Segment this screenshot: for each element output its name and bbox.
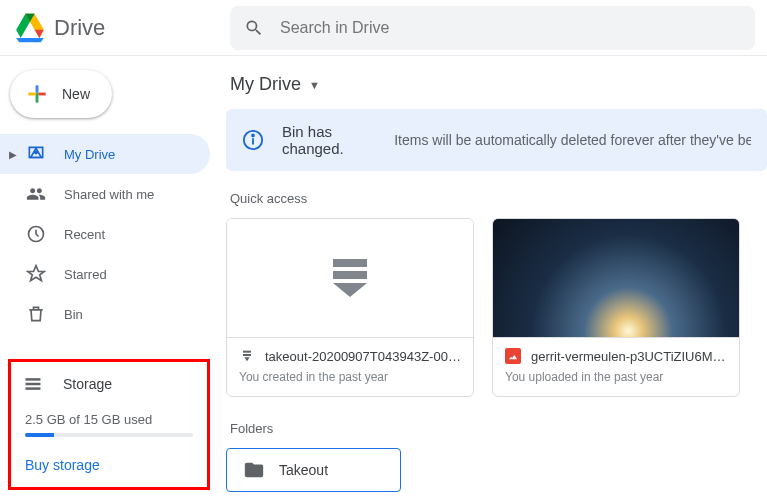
- quick-access-heading: Quick access: [230, 191, 767, 206]
- svg-point-7: [252, 135, 254, 137]
- header: Drive: [0, 0, 767, 56]
- card-subtitle: You uploaded in the past year: [505, 370, 727, 384]
- people-icon: [24, 182, 48, 206]
- card-filename: gerrit-vermeulen-p3UCTiZIU6M-uns...: [531, 349, 727, 364]
- my-drive-icon: [24, 142, 48, 166]
- plus-icon: [24, 81, 50, 107]
- quick-access-card[interactable]: takeout-20200907T043943Z-001.zip You cre…: [226, 218, 474, 397]
- chevron-down-icon: ▼: [309, 79, 320, 91]
- search-input[interactable]: [280, 19, 741, 37]
- storage-progress-fill: [25, 433, 54, 437]
- image-icon: [505, 348, 521, 364]
- card-filename: takeout-20200907T043943Z-001.zip: [265, 349, 461, 364]
- sidebar-item-starred[interactable]: Starred: [0, 254, 210, 294]
- banner-title: Bin has changed.: [282, 123, 388, 157]
- new-button[interactable]: New: [10, 70, 112, 118]
- card-preview: [227, 219, 473, 337]
- star-icon: [24, 262, 48, 286]
- info-banner: Bin has changed. Items will be automatic…: [226, 109, 767, 171]
- quick-access-card[interactable]: gerrit-vermeulen-p3UCTiZIU6M-uns... You …: [492, 218, 740, 397]
- clock-icon: [24, 222, 48, 246]
- folders-heading: Folders: [230, 421, 767, 436]
- info-icon: [242, 129, 264, 151]
- archive-icon: [239, 348, 255, 364]
- svg-rect-3: [26, 383, 41, 386]
- svg-rect-9: [243, 354, 251, 356]
- sidebar-item-label: Starred: [64, 267, 107, 282]
- storage-progress: [25, 433, 193, 437]
- banner-subtitle: Items will be automatically deleted fore…: [394, 132, 751, 148]
- folder-icon: [243, 459, 265, 481]
- buy-storage-link[interactable]: Buy storage: [25, 457, 197, 473]
- sidebar: New ▶ My Drive Shared with me Recent: [0, 56, 218, 500]
- chevron-right-icon: ▶: [8, 149, 18, 160]
- sidebar-item-recent[interactable]: Recent: [0, 214, 210, 254]
- folder-item[interactable]: Takeout: [226, 448, 401, 492]
- sidebar-item-my-drive[interactable]: ▶ My Drive: [0, 134, 210, 174]
- search-bar[interactable]: [230, 6, 755, 50]
- folder-name: Takeout: [279, 462, 328, 478]
- new-button-label: New: [62, 86, 90, 102]
- sidebar-item-shared[interactable]: Shared with me: [0, 174, 210, 214]
- svg-rect-10: [505, 348, 521, 364]
- sidebar-item-label: Recent: [64, 227, 105, 242]
- sidebar-item-bin[interactable]: Bin: [0, 294, 210, 334]
- svg-rect-4: [26, 387, 41, 390]
- sidebar-item-label: Shared with me: [64, 187, 154, 202]
- search-icon: [244, 18, 264, 38]
- breadcrumb[interactable]: My Drive ▼: [226, 68, 767, 109]
- main-content: My Drive ▼ Bin has changed. Items will b…: [218, 56, 767, 500]
- sidebar-item-storage[interactable]: Storage: [21, 374, 197, 394]
- download-arrow-icon: [333, 259, 367, 297]
- drive-logo-icon: [14, 12, 46, 44]
- svg-point-0: [34, 150, 38, 154]
- sidebar-item-label: My Drive: [64, 147, 115, 162]
- card-preview-image: [493, 219, 739, 337]
- quick-access-cards: takeout-20200907T043943Z-001.zip You cre…: [226, 218, 767, 397]
- logo-area[interactable]: Drive: [12, 12, 230, 44]
- sidebar-item-label: Bin: [64, 307, 83, 322]
- breadcrumb-label: My Drive: [230, 74, 301, 95]
- card-subtitle: You created in the past year: [239, 370, 461, 384]
- trash-icon: [24, 302, 48, 326]
- app-name: Drive: [54, 15, 105, 41]
- storage-panel: Storage 2.5 GB of 15 GB used Buy storage: [8, 359, 210, 490]
- svg-rect-2: [26, 378, 41, 381]
- storage-label: Storage: [63, 376, 112, 392]
- svg-rect-8: [243, 351, 251, 353]
- storage-icon: [21, 374, 45, 394]
- storage-usage-text: 2.5 GB of 15 GB used: [25, 412, 195, 427]
